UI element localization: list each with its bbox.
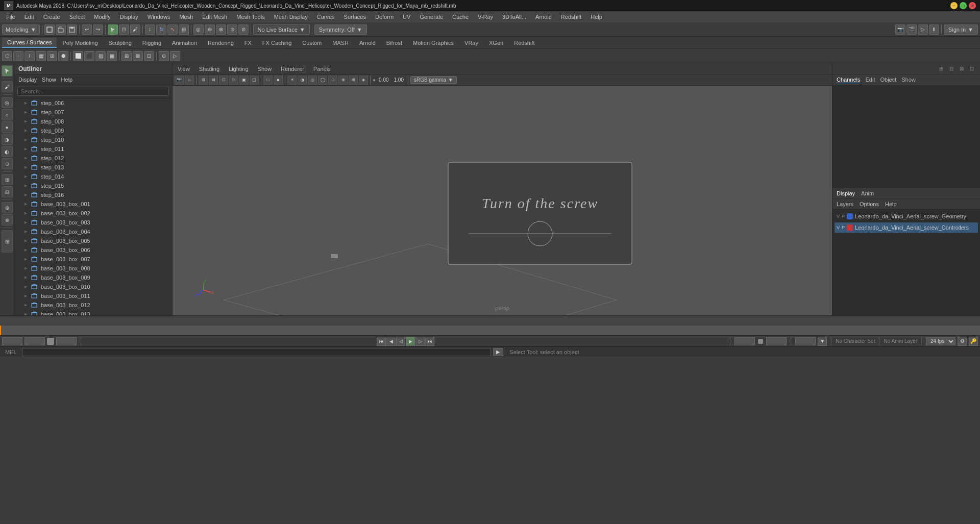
- help-menu-item[interactable]: Help: [885, 201, 897, 207]
- fps-dropdown[interactable]: 24 fps 30 fps 60 fps: [926, 337, 955, 345]
- tab-mash[interactable]: MASH: [327, 38, 354, 47]
- vp-select3-btn[interactable]: ⊡: [219, 76, 228, 85]
- tab-fx-caching[interactable]: FX Caching: [257, 38, 297, 47]
- new-scene-btn[interactable]: [44, 24, 55, 35]
- measure1-btn[interactable]: ⊞: [2, 174, 13, 185]
- menu-surfaces[interactable]: Surfaces: [340, 13, 370, 21]
- menu-select[interactable]: Select: [65, 13, 89, 21]
- sculpt5-btn[interactable]: ◐: [2, 146, 13, 157]
- anim-tab[interactable]: Anim: [861, 190, 874, 196]
- outliner-item-4[interactable]: ▶step_010: [14, 135, 172, 144]
- layers-menu-item[interactable]: Layers: [837, 201, 853, 207]
- outliner-item-13[interactable]: ▶base_003_box_003: [14, 218, 172, 227]
- snap1-btn[interactable]: ⊕: [2, 202, 13, 213]
- rp-icon-2[interactable]: ⊟: [947, 65, 955, 73]
- select-uvshell-icon[interactable]: ⬢: [58, 51, 68, 61]
- outliner-item-2[interactable]: ▶step_008: [14, 117, 172, 126]
- render1-icon[interactable]: ⊙: [159, 51, 169, 61]
- mel-execute-btn[interactable]: ▶: [493, 348, 503, 356]
- display-tab[interactable]: Display: [837, 190, 855, 196]
- menu-modify[interactable]: Modify: [90, 13, 114, 21]
- range-max-input[interactable]: 200: [795, 337, 816, 345]
- vp-menu-renderer[interactable]: Renderer: [278, 65, 307, 73]
- edit-tab[interactable]: Edit: [865, 77, 875, 83]
- lattice3-icon[interactable]: ⊡: [144, 51, 154, 61]
- channels-tab[interactable]: Channels: [837, 77, 860, 83]
- outliner-item-12[interactable]: ▶base_003_box_002: [14, 209, 172, 218]
- mel-input[interactable]: [22, 348, 492, 356]
- vp-smooth-btn[interactable]: ■: [274, 76, 283, 85]
- vp-menu-view[interactable]: View: [175, 65, 193, 73]
- render2-icon[interactable]: ▷: [170, 51, 180, 61]
- menu-arnold[interactable]: Arnold: [531, 13, 556, 21]
- vp-hud-btn[interactable]: ⊕: [338, 76, 348, 85]
- outliner-item-22[interactable]: ▶base_003_box_012: [14, 301, 172, 310]
- universal-manip-btn[interactable]: ⊞: [179, 24, 189, 35]
- vp-shadow-btn[interactable]: ◑: [298, 76, 307, 85]
- transform4-icon[interactable]: ▩: [107, 51, 117, 61]
- vp-grid-btn[interactable]: ⊞: [349, 76, 358, 85]
- render-btn[interactable]: 🎬: [906, 24, 917, 35]
- vp-light-btn[interactable]: ☀: [287, 76, 297, 85]
- menu-mesh-tools[interactable]: Mesh Tools: [232, 13, 268, 21]
- vp-ao-btn[interactable]: ◎: [308, 76, 317, 85]
- layer-geometry[interactable]: V P Leonardo_da_Vinci_Aerial_screw_Geome…: [835, 211, 978, 221]
- show-tab[interactable]: Show: [901, 77, 916, 83]
- menu-3dtoall[interactable]: 3DToAll...: [498, 13, 530, 21]
- undo-btn[interactable]: ↩: [82, 24, 92, 35]
- outliner-item-19[interactable]: ▶base_003_box_009: [14, 273, 172, 282]
- scale-btn[interactable]: ⤡: [167, 24, 178, 35]
- outliner-item-17[interactable]: ▶base_003_box_007: [14, 255, 172, 264]
- snap3-btn[interactable]: ⊙: [227, 24, 237, 35]
- tab-redshift[interactable]: Redshift: [509, 38, 540, 47]
- tab-vray[interactable]: VRay: [459, 38, 483, 47]
- sign-in-btn[interactable]: Sign In ▼: [944, 24, 978, 35]
- vp-menu-shading[interactable]: Shading: [196, 65, 223, 73]
- range-end-input[interactable]: 120: [766, 337, 787, 345]
- tab-motion-graphics[interactable]: Motion Graphics: [408, 38, 459, 47]
- menu-deform[interactable]: Deform: [371, 13, 398, 21]
- tab-sculpting[interactable]: Sculpting: [104, 38, 137, 47]
- snap-btn[interactable]: ⊕: [205, 24, 215, 35]
- outliner-display-menu[interactable]: Display: [18, 77, 37, 83]
- tab-arnold[interactable]: Arnold: [354, 38, 381, 47]
- tab-xgen[interactable]: XGen: [484, 38, 508, 47]
- ipr-btn[interactable]: ▷: [918, 24, 928, 35]
- goto-end-btn[interactable]: ⏭: [425, 337, 434, 346]
- vp-menu-show[interactable]: Show: [255, 65, 275, 73]
- outliner-item-1[interactable]: ▶step_007: [14, 108, 172, 117]
- tab-rigging[interactable]: Rigging: [137, 38, 166, 47]
- sculpt6-btn[interactable]: ⊙: [2, 158, 13, 169]
- soft-mod-btn[interactable]: ◎: [193, 24, 204, 35]
- menu-create[interactable]: Create: [39, 13, 64, 21]
- tab-animation[interactable]: Animation: [167, 38, 202, 47]
- snap4-btn[interactable]: ⊘: [238, 24, 249, 35]
- measure2-btn[interactable]: ⊟: [2, 186, 13, 197]
- frame-current-input[interactable]: 1: [24, 337, 45, 345]
- outliner-item-14[interactable]: ▶base_003_box_004: [14, 227, 172, 236]
- tab-rendering[interactable]: Rendering: [203, 38, 239, 47]
- vp-wire-btn[interactable]: □: [263, 76, 273, 85]
- vp-motion-blur-btn[interactable]: ⊙: [328, 76, 337, 85]
- menu-generate[interactable]: Generate: [415, 13, 447, 21]
- camera-btn[interactable]: 📷: [895, 24, 905, 35]
- tab-curves-surfaces[interactable]: Curves / Surfaces: [2, 38, 57, 48]
- save-btn[interactable]: [67, 24, 77, 35]
- lattice2-icon[interactable]: ⊠: [133, 51, 143, 61]
- outliner-item-3[interactable]: ▶step_009: [14, 126, 172, 135]
- options-menu-item[interactable]: Options: [860, 201, 879, 207]
- lasso-btn[interactable]: ⊡: [119, 24, 129, 35]
- outliner-item-6[interactable]: ▶step_012: [14, 154, 172, 163]
- outliner-help-menu[interactable]: Help: [61, 77, 73, 83]
- outliner-item-9[interactable]: ▶step_015: [14, 181, 172, 190]
- vp-camera-btn[interactable]: 📷: [175, 76, 184, 85]
- outliner-item-16[interactable]: ▶base_003_box_006: [14, 245, 172, 255]
- transform3-icon[interactable]: ▨: [95, 51, 106, 61]
- tab-custom[interactable]: Custom: [297, 38, 327, 47]
- outliner-item-7[interactable]: ▶step_013: [14, 163, 172, 172]
- vp-isolate-btn[interactable]: ◈: [359, 76, 368, 85]
- goto-start-btn[interactable]: ⏮: [377, 337, 386, 346]
- sculpt1-btn[interactable]: ◎: [2, 97, 13, 108]
- tab-fx[interactable]: FX: [239, 38, 257, 47]
- redo-btn[interactable]: ↪: [93, 24, 103, 35]
